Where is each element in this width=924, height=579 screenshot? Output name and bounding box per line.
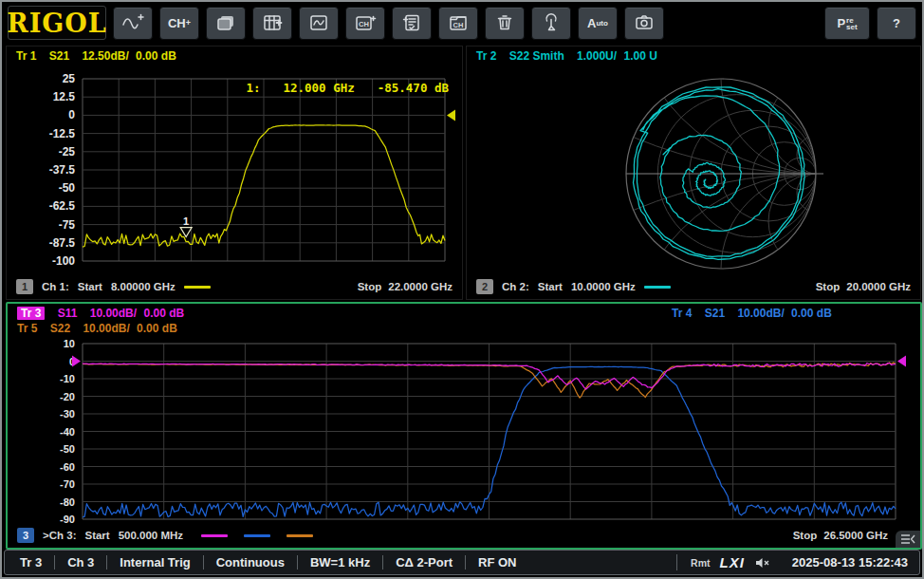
ch3-tr5-label[interactable]: Tr 5 S22 10.00dB/ 0.00 dB — [17, 322, 187, 335]
svg-text:CH: CH — [453, 21, 464, 29]
svg-text:0: 0 — [68, 108, 75, 121]
trace-add-icon — [121, 13, 144, 32]
svg-text:-30: -30 — [60, 408, 75, 420]
svg-text:-12.5: -12.5 — [49, 127, 76, 140]
status-item[interactable]: CΔ 2-Port — [382, 555, 465, 570]
svg-text:1: 1 — [183, 215, 189, 227]
svg-text:10: 10 — [64, 338, 75, 349]
top-toolbar: RIGOL CH+ — [2, 2, 922, 44]
svg-text:-62.5: -62.5 — [49, 199, 76, 213]
menu-expand-icon — [899, 533, 916, 545]
status-items: Tr 3Ch 3Internal TrigContinuousBW=1 kHzC… — [16, 555, 529, 570]
window-trace-button[interactable] — [299, 7, 339, 40]
tr2-color-swatch — [644, 286, 671, 289]
svg-text:-50: -50 — [59, 181, 76, 195]
tr5-color-swatch — [286, 534, 313, 537]
channel-add-icon: CH — [168, 16, 186, 30]
svg-text:-20: -20 — [60, 391, 75, 402]
status-right-group: Rmt LXI 2025-08-13 15:22:43 — [676, 554, 908, 570]
toolbar-right-group: P re set ? — [824, 7, 916, 40]
lxi-status[interactable]: LXI — [720, 554, 745, 570]
speaker-muted-icon[interactable] — [754, 556, 769, 570]
meas-table-button[interactable] — [252, 7, 292, 40]
preset-button[interactable]: P re set — [824, 7, 870, 40]
svg-text:CH: CH — [359, 20, 369, 28]
autoscale-icon: A — [587, 16, 596, 30]
tr3-selected-badge[interactable]: Tr 3 — [17, 307, 45, 320]
help-icon: ? — [893, 16, 900, 30]
svg-text:-50: -50 — [60, 443, 75, 455]
tr4-color-swatch — [244, 534, 270, 537]
analyzer-screen: RIGOL CH+ — [0, 0, 924, 579]
ch3-number-badge[interactable]: 3 — [17, 528, 34, 543]
window-channel-add-icon: CH — [354, 13, 377, 32]
svg-text:-70: -70 — [60, 478, 75, 490]
svg-text:-100: -100 — [52, 254, 75, 268]
remote-status: Rmt — [691, 557, 710, 569]
screenshot-button[interactable] — [624, 7, 664, 40]
ch2-trace-label[interactable]: Tr 2 S22 Smith 1.000U/ 1.00 U — [476, 49, 667, 63]
recall-channel-icon: CH — [447, 13, 470, 32]
status-item[interactable]: Ch 3 — [54, 555, 106, 570]
ch2-smith-plot[interactable] — [467, 47, 920, 299]
preset-icon: P re set — [837, 15, 857, 30]
svg-text:-40: -40 — [60, 426, 75, 438]
help-button[interactable]: ? — [877, 7, 916, 40]
ch3-tr3-label[interactable]: Tr 3 S11 10.00dB/ 0.00 dB — [17, 307, 194, 320]
window-layout-icon — [215, 13, 236, 32]
camera-icon — [634, 13, 655, 32]
svg-text:-25: -25 — [59, 145, 76, 159]
ch2-footer: 2 Ch 2: Start 10.0000 GHz Stop 20.0000 G… — [476, 279, 911, 294]
tr1-color-swatch — [184, 286, 211, 289]
svg-text:-60: -60 — [60, 461, 75, 473]
status-item[interactable]: Continuous — [203, 555, 297, 570]
ch1-footer: 1 Ch 1: Start 8.00000 GHz Stop 22.0000 G… — [16, 279, 453, 294]
touch-button[interactable] — [531, 7, 571, 40]
trace-add-button[interactable] — [113, 7, 153, 40]
delete-icon — [495, 13, 514, 32]
svg-text:-75: -75 — [59, 218, 76, 232]
channel-add-button[interactable]: CH+ — [159, 7, 199, 40]
recall-channel-button[interactable]: CH — [438, 7, 478, 40]
menu-expand-button[interactable] — [896, 531, 920, 548]
svg-text:-87.5: -87.5 — [49, 236, 76, 250]
svg-text:12.5: 12.5 — [53, 90, 76, 103]
touch-icon — [542, 13, 561, 32]
window-ch2[interactable]: Tr 2 S22 Smith 1.000U/ 1.00 U 2 Ch 2: St… — [466, 46, 921, 300]
tr3-color-swatch — [201, 534, 228, 537]
ch2-number-badge[interactable]: 2 — [476, 279, 493, 294]
ch3-tr4-label[interactable]: Tr 4 S21 10.00dB/ 0.00 dB — [672, 307, 841, 320]
status-bar: Tr 3Ch 3Internal TrigContinuousBW=1 kHzC… — [4, 550, 920, 575]
status-item[interactable]: BW=1 kHz — [297, 555, 382, 570]
rigol-logo: RIGOL — [8, 6, 106, 40]
file-setup-icon — [401, 13, 422, 32]
window-channel-add-button[interactable]: CH — [345, 7, 385, 40]
window-ch1[interactable]: 2512.50-12.5-25-37.5-50-62.5-75-87.5-100… — [6, 46, 463, 300]
marker1-readout: 1: 12.000 GHz -85.470 dB — [246, 81, 449, 95]
svg-text:-10: -10 — [60, 373, 75, 384]
ch1-number-badge[interactable]: 1 — [16, 279, 33, 294]
ch1-trace-label[interactable]: Tr 1 S21 12.50dB/ 0.00 dB — [16, 49, 186, 63]
delete-button[interactable] — [485, 7, 525, 40]
window-layout-button[interactable] — [206, 7, 246, 40]
status-item[interactable]: Tr 3 — [16, 555, 54, 570]
svg-text:25: 25 — [63, 72, 76, 85]
window-trace-icon — [308, 13, 329, 32]
ch3-plot[interactable]: 100-10-20-30-40-50-60-70-80-90 — [8, 304, 920, 548]
file-setup-button[interactable] — [392, 7, 432, 40]
svg-text:-80: -80 — [60, 496, 75, 508]
ch3-footer: 3 >Ch 3: Start 500.000 MHz Stop 26.5000 … — [17, 528, 888, 543]
status-item[interactable]: Internal Trig — [106, 555, 202, 570]
svg-text:-90: -90 — [60, 514, 75, 525]
window-ch3-active[interactable]: 100-10-20-30-40-50-60-70-80-90 Tr 3 S11 … — [6, 302, 922, 550]
autoscale-button[interactable]: Auto — [578, 7, 618, 40]
status-item[interactable]: RF ON — [465, 555, 528, 570]
meas-table-icon — [262, 13, 283, 32]
datetime: 2025-08-13 15:22:43 — [792, 555, 908, 570]
svg-text:-37.5: -37.5 — [49, 163, 76, 177]
